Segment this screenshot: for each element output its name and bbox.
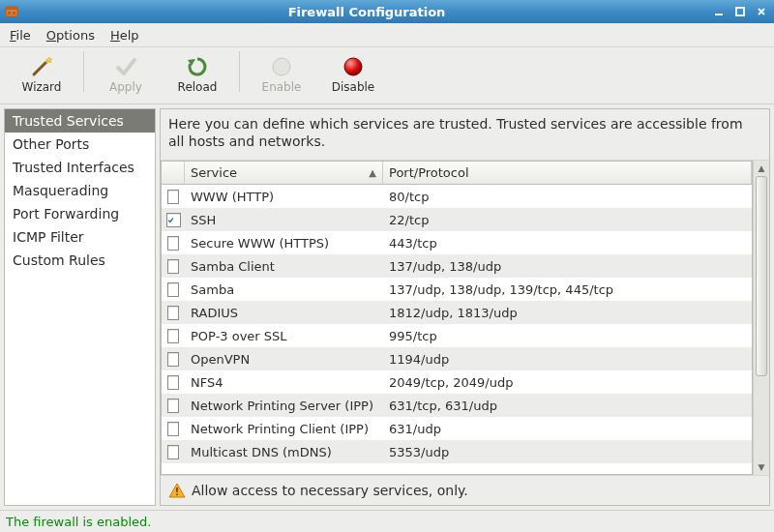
service-checkbox[interactable]	[167, 375, 179, 390]
warning-icon	[168, 482, 186, 499]
description-text: Here you can define which services are t…	[161, 109, 769, 161]
scroll-up-icon[interactable]: ▲	[754, 161, 769, 176]
menu-file[interactable]: File	[6, 26, 35, 44]
service-name: OpenVPN	[185, 349, 383, 369]
menu-help[interactable]: Help	[106, 26, 143, 44]
maximize-button[interactable]	[731, 3, 749, 20]
table-row[interactable]: NFS42049/tcp, 2049/udp	[162, 370, 752, 394]
services-table: Service▲ Port/Protocol WWW (HTTP)80/tcpS…	[161, 161, 753, 475]
sidebar-item-trusted-interfaces[interactable]: Trusted Interfaces	[5, 156, 155, 179]
reload-icon	[185, 54, 210, 79]
sidebar-item-trusted-services[interactable]: Trusted Services	[5, 109, 155, 133]
main-area: Trusted ServicesOther PortsTrusted Inter…	[0, 104, 774, 510]
content-pane: Here you can define which services are t…	[160, 108, 770, 506]
sidebar-item-masquerading[interactable]: Masquerading	[5, 179, 155, 202]
apply-button: Apply	[92, 51, 160, 99]
close-button[interactable]	[753, 3, 770, 20]
table-row[interactable]: Multicast DNS (mDNS)5353/udp	[162, 440, 752, 463]
table-row[interactable]: RADIUS1812/udp, 1813/udp	[162, 301, 752, 324]
wizard-button[interactable]: Wizard	[8, 51, 75, 99]
check-icon	[113, 54, 138, 79]
service-checkbox[interactable]	[167, 259, 179, 274]
toolbar-separator	[239, 51, 240, 92]
scrollbar-thumb[interactable]	[756, 176, 767, 376]
service-name: Network Printing Client (IPP)	[185, 419, 383, 439]
hint-row: Allow access to necessary services, only…	[161, 475, 769, 505]
svg-point-7	[273, 58, 290, 75]
service-port: 5353/udp	[383, 442, 752, 462]
table-row[interactable]: WWW (HTTP)80/tcp	[162, 185, 752, 208]
service-port: 1812/udp, 1813/udp	[383, 303, 752, 323]
service-name: Samba	[185, 280, 383, 300]
svg-rect-2	[8, 12, 11, 15]
sidebar-item-other-ports[interactable]: Other Ports	[5, 133, 155, 156]
disable-label: Disable	[332, 80, 375, 94]
table-row[interactable]: Samba Client137/udp, 138/udp	[162, 254, 752, 278]
service-name: SSH	[185, 210, 383, 230]
toolbar-separator	[83, 51, 84, 92]
service-port: 631/tcp, 631/udp	[383, 396, 752, 416]
table-row[interactable]: POP-3 over SSL995/tcp	[162, 324, 752, 347]
service-checkbox[interactable]	[167, 422, 179, 436]
service-name: POP-3 over SSL	[185, 326, 383, 346]
titlebar: Firewall Configuration	[0, 0, 774, 23]
service-port: 80/tcp	[383, 187, 752, 207]
service-name: Network Printing Server (IPP)	[185, 396, 383, 416]
service-checkbox[interactable]	[167, 306, 179, 320]
table-row[interactable]: Network Printing Client (IPP)631/udp	[162, 417, 752, 440]
service-checkbox[interactable]	[166, 213, 181, 227]
service-checkbox[interactable]	[167, 236, 179, 251]
table-row[interactable]: OpenVPN1194/udp	[162, 347, 752, 370]
svg-rect-5	[736, 8, 744, 15]
hint-text: Allow access to necessary services, only…	[192, 483, 468, 498]
table-row[interactable]: SSH22/tcp	[162, 208, 752, 231]
svg-point-8	[344, 58, 362, 75]
window-title: Firewall Configuration	[23, 5, 710, 19]
service-name: RADIUS	[185, 303, 383, 323]
table-row[interactable]: Samba137/udp, 138/udp, 139/tcp, 445/tcp	[162, 278, 752, 301]
reload-button[interactable]: Reload	[164, 51, 231, 99]
service-port: 22/tcp	[383, 210, 752, 230]
enable-icon	[271, 54, 292, 79]
menubar: File Options Help	[0, 23, 774, 47]
service-port: 137/udp, 138/udp	[383, 256, 752, 277]
app-icon	[0, 4, 23, 19]
sidebar-item-port-forwarding[interactable]: Port Forwarding	[5, 202, 155, 225]
wand-icon	[29, 54, 54, 79]
service-checkbox[interactable]	[167, 282, 179, 297]
col-header-port[interactable]: Port/Protocol	[383, 162, 752, 184]
sidebar-item-custom-rules[interactable]: Custom Rules	[5, 249, 155, 272]
scroll-down-icon[interactable]: ▼	[754, 459, 769, 475]
col-header-checkbox[interactable]	[162, 162, 185, 184]
vertical-scrollbar[interactable]: ▲ ▼	[753, 161, 769, 475]
sidebar: Trusted ServicesOther PortsTrusted Inter…	[4, 108, 156, 506]
disable-button[interactable]: Disable	[319, 51, 387, 99]
service-name: Samba Client	[185, 256, 383, 277]
sidebar-item-icmp-filter[interactable]: ICMP Filter	[5, 225, 155, 249]
service-port: 2049/tcp, 2049/udp	[383, 372, 752, 393]
service-checkbox[interactable]	[167, 352, 179, 367]
service-checkbox[interactable]	[167, 399, 179, 413]
menu-options[interactable]: Options	[43, 26, 99, 44]
apply-label: Apply	[109, 80, 142, 94]
service-name: Multicast DNS (mDNS)	[185, 442, 383, 462]
disable-icon	[342, 54, 364, 79]
service-checkbox[interactable]	[167, 190, 179, 204]
table-row[interactable]: Network Printing Server (IPP)631/tcp, 63…	[162, 394, 752, 417]
wizard-label: Wizard	[22, 80, 62, 94]
service-port: 443/tcp	[383, 233, 752, 253]
service-name: Secure WWW (HTTPS)	[185, 233, 383, 253]
enable-label: Enable	[262, 80, 302, 94]
service-port: 1194/udp	[383, 349, 752, 369]
minimize-button[interactable]	[710, 3, 728, 20]
service-port: 137/udp, 138/udp, 139/tcp, 445/tcp	[383, 280, 752, 300]
service-checkbox[interactable]	[167, 445, 179, 459]
col-header-service[interactable]: Service▲	[185, 162, 383, 184]
sort-asc-icon: ▲	[369, 167, 376, 178]
service-checkbox[interactable]	[167, 329, 179, 343]
svg-rect-10	[176, 494, 178, 496]
enable-button: Enable	[248, 51, 315, 99]
service-name: WWW (HTTP)	[185, 187, 383, 207]
table-row[interactable]: Secure WWW (HTTPS)443/tcp	[162, 231, 752, 254]
service-name: NFS4	[185, 372, 383, 393]
